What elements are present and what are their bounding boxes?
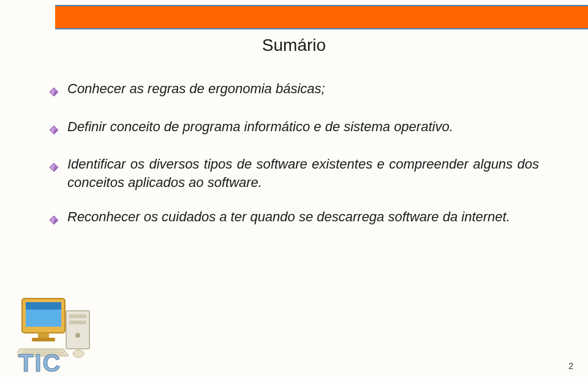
tic-label: TIC	[18, 349, 61, 377]
svg-marker-5	[54, 130, 58, 134]
header-bar	[0, 5, 588, 29]
page-number: 2	[568, 361, 573, 371]
svg-point-15	[75, 333, 80, 338]
list-item: Definir conceito de programa informático…	[49, 118, 539, 140]
svg-marker-1	[54, 88, 58, 92]
diamond-bullet-icon	[49, 159, 59, 177]
page-title: Sumário	[0, 36, 588, 55]
svg-rect-19	[38, 333, 49, 338]
list-item-text: Definir conceito de programa informático…	[67, 118, 539, 136]
list-item: Reconhecer os cuidados a ter quando se d…	[49, 208, 539, 230]
list-item-text: Conhecer as regras de ergonomia básicas;	[67, 80, 539, 98]
diamond-bullet-icon	[49, 211, 59, 230]
diamond-bullet-icon	[49, 83, 59, 102]
svg-rect-20	[32, 338, 55, 341]
svg-marker-4	[54, 126, 58, 130]
diamond-bullet-icon	[49, 121, 59, 140]
svg-point-25	[73, 350, 84, 357]
list-item-text: Identificar os diversos tipos de softwar…	[67, 155, 539, 191]
list-item-text: Reconhecer os cuidados a ter quando se d…	[67, 208, 539, 226]
list-item: Identificar os diversos tipos de softwar…	[49, 155, 539, 191]
svg-rect-18	[26, 302, 61, 310]
svg-rect-13	[69, 314, 86, 318]
header-left-notch	[0, 5, 55, 29]
svg-marker-2	[54, 92, 58, 96]
svg-rect-14	[69, 321, 86, 324]
list-item: Conhecer as regras de ergonomia básicas;	[49, 80, 539, 102]
bullet-list: Conhecer as regras de ergonomia básicas;…	[49, 80, 539, 245]
